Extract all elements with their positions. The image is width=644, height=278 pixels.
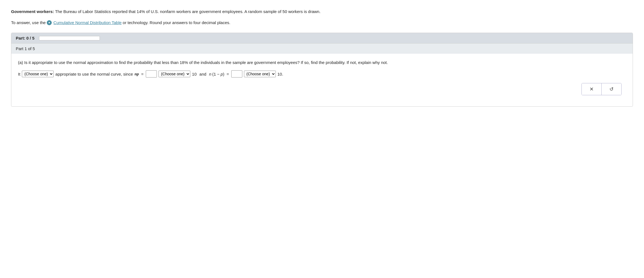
and-text: and xyxy=(199,72,206,76)
question-body: Is it appropriate to use the normal appr… xyxy=(24,60,388,65)
np-value-input[interactable] xyxy=(146,70,157,78)
n1p-value-input[interactable] xyxy=(231,70,242,78)
number2: 10. xyxy=(277,72,283,76)
question-box: Part: 0 / 5 Part 1 of 5 (a) Is it approp… xyxy=(11,33,633,107)
intro-text: Government workers: The Bureau of Labor … xyxy=(11,8,633,15)
undo-button[interactable]: ↺ xyxy=(602,83,621,95)
action-button-group: ✕ ↺ xyxy=(581,83,622,95)
action-buttons-area: ✕ ↺ xyxy=(18,81,626,100)
instruction-prefix: To answer, use the xyxy=(11,19,46,26)
part-subheader-bar: Part 1 of 5 xyxy=(11,43,633,54)
part-current: 0 xyxy=(26,36,28,40)
appropriateness-dropdown[interactable]: (Choose one) is is not xyxy=(22,71,54,77)
progress-bar xyxy=(39,36,100,40)
cumulative-normal-table-link[interactable]: Cumulative Normal Distribution Table xyxy=(53,19,122,26)
number1: 10 xyxy=(192,72,197,76)
clear-icon: ✕ xyxy=(590,86,594,92)
middle-text1: appropriate to use the normal curve, sin… xyxy=(55,72,133,76)
it-label: It xyxy=(18,72,20,76)
instruction-line: To answer, use the ● Cumulative Normal D… xyxy=(11,19,633,26)
intro-body: The Bureau of Labor Statistics reported … xyxy=(55,9,321,14)
undo-icon: ↺ xyxy=(609,86,614,92)
n1p-expr: n (1 − p) xyxy=(209,72,224,76)
table-link-icon: ● xyxy=(47,20,52,25)
intro-bold: Government workers: xyxy=(11,9,54,14)
instruction-suffix: or technology. Round your answers to fou… xyxy=(123,19,230,26)
question-text: (a) Is it appropriate to use the normal … xyxy=(18,59,626,66)
np-label: np xyxy=(135,72,139,76)
part-header-bar: Part: 0 / 5 xyxy=(11,33,633,43)
equals1: = xyxy=(141,72,144,76)
part-label: Part: 0 / 5 xyxy=(16,36,35,40)
equals2: = xyxy=(227,72,229,76)
question-label: (a) xyxy=(18,60,23,65)
part-total: 5 xyxy=(32,36,34,40)
part-subheader-text: Part 1 of 5 xyxy=(16,46,35,51)
clear-button[interactable]: ✕ xyxy=(582,83,602,95)
np-comparison-dropdown[interactable]: (Choose one) ≥ ≤ > < xyxy=(159,71,190,77)
answer-row: It (Choose one) is is not appropriate to… xyxy=(18,70,626,78)
question-content: (a) Is it appropriate to use the normal … xyxy=(11,54,633,106)
n1p-comparison-dropdown[interactable]: (Choose one) ≥ ≤ > < xyxy=(244,71,276,77)
